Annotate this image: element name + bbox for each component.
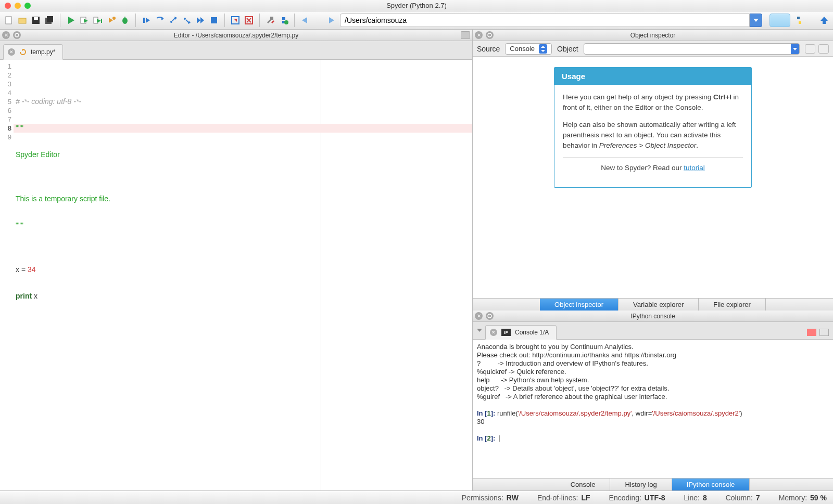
- close-icon[interactable]: [5, 3, 11, 9]
- svg-rect-0: [6, 17, 11, 24]
- browse-folder-button[interactable]: [769, 14, 790, 27]
- chevron-down-icon: [791, 44, 799, 54]
- debug-stop-button[interactable]: [208, 15, 220, 26]
- chevron-updown-icon: [539, 44, 547, 54]
- svg-rect-16: [143, 18, 145, 23]
- svg-marker-10: [97, 19, 101, 23]
- nav-back-button[interactable]: [299, 15, 311, 26]
- svg-point-19: [170, 21, 172, 23]
- save-button[interactable]: [30, 15, 42, 26]
- ipy-banner: Anaconda is brought to you by Continuum …: [477, 343, 676, 400]
- object-inspector-pane: ✕ Object inspector Source Console Object: [473, 30, 833, 311]
- svg-point-34: [284, 20, 288, 24]
- subtab-object-inspector[interactable]: Object inspector: [540, 299, 619, 311]
- svg-line-33: [272, 21, 274, 23]
- svg-marker-44: [793, 48, 797, 50]
- console-subtabs: Console History log IPython console: [473, 478, 833, 490]
- working-dir-dropdown-icon[interactable]: [750, 14, 762, 27]
- svg-marker-12: [109, 18, 113, 23]
- ipy-badge-icon: IP: [501, 329, 511, 336]
- code-editor[interactable]: 123456789 # -*- coding: utf-8 -*- """ Sp…: [0, 60, 472, 490]
- run-cell-button[interactable]: [79, 15, 90, 26]
- subtab-history-log[interactable]: History log: [610, 479, 672, 490]
- nav-forward-button[interactable]: [325, 15, 337, 26]
- gear-icon[interactable]: [13, 31, 21, 39]
- svg-marker-36: [329, 17, 334, 23]
- debug-step-out-button[interactable]: [181, 15, 193, 26]
- debug-step-into-button[interactable]: [154, 15, 166, 26]
- stop-kernel-icon[interactable]: [807, 329, 816, 336]
- run-cell-advance-button[interactable]: [92, 15, 104, 26]
- close-tab-icon[interactable]: ✕: [490, 329, 497, 336]
- save-all-button[interactable]: [44, 15, 55, 26]
- chevron-down-icon[interactable]: [475, 325, 484, 336]
- panel-options-icon[interactable]: [461, 31, 470, 39]
- maximize-icon[interactable]: [24, 3, 31, 9]
- working-dir-input[interactable]: [340, 14, 750, 27]
- editor-column: ✕ Editor - /Users/caiomsouza/.spyder2/te…: [0, 30, 473, 490]
- object-input[interactable]: [584, 43, 800, 55]
- inspector-body: Usage Here you can get help of any objec…: [473, 57, 833, 298]
- ipython-tab-console1[interactable]: ✕ IP Console 1/A: [485, 325, 557, 340]
- close-icon[interactable]: ✕: [475, 31, 483, 39]
- svg-rect-1: [19, 18, 26, 23]
- window-title: Spyder (Python 2.7): [0, 2, 833, 9]
- svg-line-31: [268, 20, 271, 23]
- inspector-toolbar: Source Console Object: [473, 41, 833, 57]
- svg-marker-42: [541, 46, 545, 48]
- subtab-file-explorer[interactable]: File explorer: [699, 299, 766, 311]
- lock-icon[interactable]: [805, 44, 815, 54]
- editor-tab-temp[interactable]: ✕ temp.py*: [3, 44, 63, 60]
- open-file-button[interactable]: [17, 15, 28, 26]
- reload-icon[interactable]: [19, 48, 27, 56]
- minimize-icon[interactable]: [15, 3, 21, 9]
- run-button[interactable]: [65, 15, 77, 26]
- close-tab-icon[interactable]: ✕: [8, 48, 15, 56]
- debug-step-over-button[interactable]: [168, 15, 179, 26]
- svg-point-45: [488, 314, 491, 318]
- gear-icon[interactable]: [486, 312, 494, 320]
- ipython-output[interactable]: Anaconda is brought to you by Continuum …: [473, 340, 833, 478]
- svg-marker-6: [68, 17, 74, 24]
- code-area[interactable]: # -*- coding: utf-8 -*- """ Spyder Edito…: [14, 60, 472, 490]
- run-selection-button[interactable]: [106, 15, 117, 26]
- debug-step-button[interactable]: [141, 15, 152, 26]
- main-area: ✕ Editor - /Users/caiomsouza/.spyder2/te…: [0, 30, 833, 490]
- working-dir-field[interactable]: [340, 14, 762, 27]
- source-label: Source: [477, 45, 500, 53]
- fullscreen-button[interactable]: [243, 15, 255, 26]
- maximize-pane-button[interactable]: [230, 15, 241, 26]
- svg-rect-32: [270, 17, 273, 20]
- close-icon[interactable]: ✕: [2, 31, 10, 39]
- ipython-tab-label: Console 1/A: [515, 329, 549, 336]
- gear-icon[interactable]: [486, 31, 494, 39]
- debug-button[interactable]: [119, 15, 131, 26]
- svg-marker-38: [821, 17, 828, 24]
- source-value: Console: [510, 45, 535, 53]
- debug-continue-button[interactable]: [195, 15, 206, 26]
- inspector-pane-header: ✕ Object inspector: [473, 30, 833, 41]
- close-icon[interactable]: ✕: [475, 312, 483, 320]
- new-file-button[interactable]: [3, 15, 15, 26]
- editor-tab-label: temp.py*: [31, 48, 55, 56]
- editor-tabstrip: ✕ temp.py*: [0, 41, 472, 60]
- options-icon[interactable]: [819, 329, 829, 336]
- svg-point-39: [15, 33, 19, 37]
- pythonpath-button[interactable]: [278, 15, 289, 26]
- subtab-console[interactable]: Console: [556, 479, 611, 490]
- options-icon[interactable]: [818, 44, 829, 54]
- source-select[interactable]: Console: [505, 43, 552, 55]
- divider: [563, 157, 743, 158]
- tutorial-link[interactable]: tutorial: [684, 164, 705, 172]
- svg-point-21: [184, 18, 186, 20]
- up-arrow-button[interactable]: [818, 15, 830, 26]
- preferences-button[interactable]: [264, 15, 276, 26]
- window-controls: [0, 3, 31, 9]
- python-icon[interactable]: [793, 15, 805, 26]
- svg-rect-5: [47, 16, 53, 22]
- subtab-ipython-console[interactable]: IPython console: [672, 479, 750, 490]
- subtab-variable-explorer[interactable]: Variable explorer: [619, 299, 699, 311]
- svg-rect-3: [34, 17, 38, 20]
- usage-card: Usage Here you can get help of any objec…: [554, 67, 752, 188]
- svg-point-41: [488, 33, 491, 37]
